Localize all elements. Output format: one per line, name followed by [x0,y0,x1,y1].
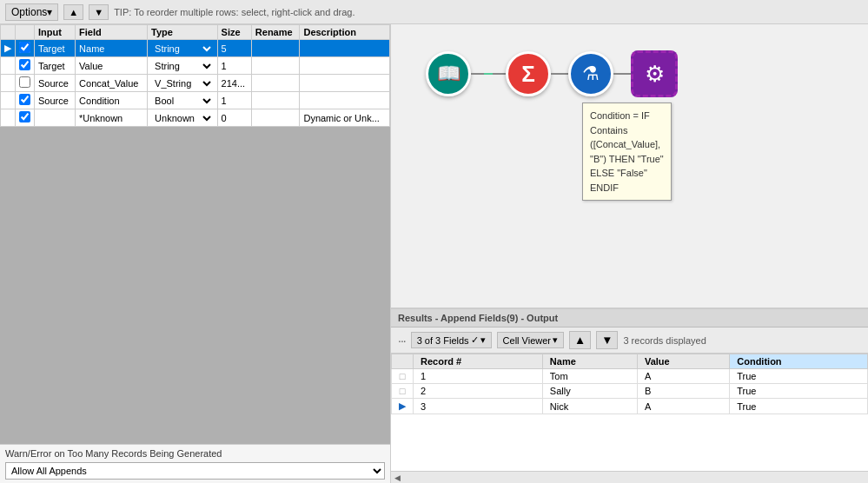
col-check [16,25,35,40]
row-description-cell [300,40,390,57]
book-node[interactable]: 📖 [426,51,471,96]
col-size: Size [217,25,251,40]
options-button[interactable]: Options ▾ [5,3,58,21]
results-menu-icon[interactable]: ··· [398,334,406,347]
row-value-val: B [637,384,729,399]
cell-viewer-button[interactable]: Cell Viewer ▾ [497,332,564,348]
row-checkbox-cell[interactable] [16,109,35,127]
row-type-cell[interactable]: V_String [148,75,218,92]
results-nav-down-button[interactable]: ▼ [596,331,618,349]
col-name: Name [542,354,637,369]
tip-text: TIP: To reorder multiple rows: select, r… [114,7,354,17]
options-label: Options [11,6,47,18]
row-checkbox[interactable] [19,94,30,105]
tooltip-line3: ([Concat_Value], [590,137,664,152]
row-value-val: A [637,369,729,384]
col-type: Type [148,25,218,40]
fields-selector-button[interactable]: 3 of 3 Fields ✓ ▾ [411,332,492,348]
table-row[interactable]: ▶ Target Name String 5 [1,40,390,57]
row-rename-cell[interactable] [251,109,300,127]
row-type-select[interactable]: V_String [151,77,214,89]
row-arrow-cell [1,92,16,109]
col-row-icon [392,354,414,369]
table-row[interactable]: *Unknown Unknown 0 Dynamic or Unk... [1,109,390,127]
sum-node[interactable]: Σ [506,51,551,96]
row-field-cell: *Unknown [76,109,148,127]
row-checkbox-cell[interactable] [16,57,35,75]
row-checkbox[interactable] [19,76,30,88]
row-name-val: Nick [542,399,637,414]
row-checkbox[interactable] [19,111,30,122]
row-condition-val: True [730,399,868,414]
nav-up-button[interactable]: ▲ [63,4,83,20]
tooltip-line4: "B") THEN "True" [590,152,664,167]
tooltip-line2: Contains [590,123,664,138]
row-condition-val: True [730,384,868,399]
row-rename-cell[interactable] [251,57,300,75]
row-arrow-cell [1,57,16,75]
col-rename: Rename [251,25,300,40]
row-checkbox-cell[interactable] [16,40,35,57]
row-checkbox-cell[interactable] [16,75,35,92]
row-type-select[interactable]: Unknown [151,112,214,124]
cell-viewer-arrow-icon: ▾ [553,334,558,346]
row-size-cell: 1 [217,57,251,75]
row-size-cell: 214... [217,75,251,92]
row-rename-cell[interactable] [251,40,300,57]
table-row[interactable]: Source Concat_Value V_String 214... [1,75,390,92]
row-rename-cell[interactable] [251,92,300,109]
col-record-num: Record # [414,354,543,369]
bottom-scrollbar[interactable]: ◀ [391,471,868,483]
row-select-icon: ▶ [392,399,414,414]
row-type-select[interactable]: String [151,60,214,72]
empty-table-area [0,127,390,301]
row-condition-val: True [730,369,868,384]
nav-down-button[interactable]: ▼ [89,4,109,20]
col-input: Input [35,25,76,40]
table-header-row: Input Field Type Size Rename Description [1,25,390,40]
row-record-num: 3 [414,399,543,414]
gear-node[interactable]: ⚙ [631,50,678,97]
scroll-left-icon[interactable]: ◀ [394,473,401,482]
row-field-cell: Value [76,57,148,75]
row-type-cell[interactable]: Bool [148,92,218,109]
row-input-cell: Source [35,92,76,109]
flask-icon: ⚗ [582,63,600,85]
row-input-cell [35,109,76,127]
right-panel: 📖 Σ ⚗ [391,24,868,483]
row-size-cell: 5 [217,40,251,57]
flask-node[interactable]: ⚗ [568,51,613,96]
row-arrow-cell [1,109,16,127]
col-value: Value [637,354,729,369]
row-type-cell[interactable]: String [148,57,218,75]
results-table-row[interactable]: □ 1 Tom A True [392,369,868,384]
col-arrow [1,25,16,40]
row-checkbox[interactable] [19,59,30,70]
row-checkbox-cell[interactable] [16,92,35,109]
fields-check-icon: ✓ [471,334,479,346]
row-type-select[interactable]: String [151,43,214,55]
row-type-cell[interactable]: String [148,40,218,57]
results-header-row: Record # Name Value Condition [392,354,868,369]
row-field-cell: Condition [76,92,148,109]
row-type-cell[interactable]: Unknown [148,109,218,127]
row-input-cell: Target [35,40,76,57]
row-type-select[interactable]: Bool [151,95,214,107]
row-checkbox[interactable] [19,42,30,53]
row-description-cell [300,92,390,109]
table-row[interactable]: Target Value String 1 [1,57,390,75]
row-name-val: Tom [542,369,637,384]
row-rename-cell[interactable] [251,75,300,92]
formula-tooltip: Condition = IF Contains ([Concat_Value],… [582,103,672,201]
table-row[interactable]: Source Condition Bool 1 [1,92,390,109]
results-nav-up-button[interactable]: ▲ [569,331,591,349]
gear-icon: ⚙ [645,61,665,88]
row-record-num: 1 [414,369,543,384]
row-description-cell: Dynamic or Unk... [300,109,390,127]
row-size-cell: 1 [217,92,251,109]
append-mode-select[interactable]: Allow All AppendsWarn on Too Many Record… [5,462,385,480]
results-table-row[interactable]: □ 2 Sally B True [392,384,868,399]
results-header: Results - Append Fields(9) - Output [391,309,868,328]
results-table-row[interactable]: ▶ 3 Nick A True [392,399,868,414]
col-description: Description [300,25,390,40]
